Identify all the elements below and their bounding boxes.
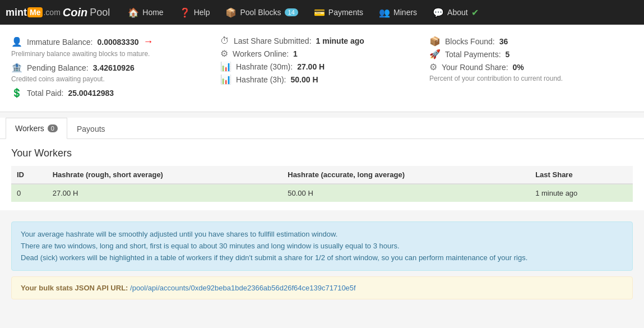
col-hashrate-short: Hashrate (rough, short average) [47, 166, 282, 184]
pool-blocks-icon: 📦 [225, 7, 237, 18]
nav-about-label: About [447, 8, 468, 17]
tabs-header: Workers 0 Payouts [0, 118, 644, 139]
nav-about[interactable]: 💬 About ✔ [426, 4, 485, 21]
about-icon: 💬 [433, 7, 444, 18]
stats-section: 👤 Immature Balance: 0.00083330 → Prelimi… [0, 25, 644, 112]
hashrate-30m-row: 📊 Hashrate (30m): 27.00 H [220, 61, 424, 72]
nav-pool-blocks[interactable]: 📦 Pool Blocks 14 [219, 4, 304, 21]
pool-blocks-badge: 14 [285, 8, 298, 16]
pending-icon: 🏦 [11, 62, 22, 73]
hashrate-3h-row: 📊 Hashrate (3h): 50.00 H [220, 74, 424, 85]
stats-middle: ⏱ Last Share Submitted: 1 minute ago ⚙ W… [220, 33, 424, 103]
blocks-found-icon: 📦 [429, 36, 441, 47]
nav-pool-blocks-label: Pool Blocks [240, 8, 281, 17]
api-label: Your bulk stats JSON API URL: [21, 284, 128, 292]
worker-hashrate-short: 27.00 H [47, 184, 282, 202]
total-payments-label: Total Payments: [445, 50, 501, 59]
stats-right: 📦 Blocks Found: 36 🚀 Total Payments: 5 ⚙… [429, 33, 633, 103]
pending-sub: Credited coins awaiting payout. [11, 75, 215, 83]
pending-value: 3.42610926 [93, 63, 135, 72]
immature-icon: 👤 [11, 36, 22, 47]
paid-label: Total Paid: [27, 89, 63, 98]
brand-com: .com [43, 8, 60, 17]
workers-table-body: 0 27.00 H 50.00 H 1 minute ago [11, 184, 633, 202]
immature-label: Immature Balance: [27, 38, 93, 47]
round-share-sub: Percent of your contribution to current … [429, 75, 633, 82]
tab-payouts-label: Payouts [77, 124, 105, 133]
col-id: ID [11, 166, 47, 184]
nav-miners-label: Miners [393, 8, 417, 17]
tab-payouts[interactable]: Payouts [67, 118, 115, 139]
about-check-icon: ✔ [471, 7, 479, 18]
tabs-section: Workers 0 Payouts Your Workers ID Hashra… [0, 118, 644, 210]
nav-home[interactable]: 🏠 Home [121, 4, 170, 21]
workers-table-head: ID Hashrate (rough, short average) Hashr… [11, 166, 633, 184]
miners-icon: 👥 [379, 7, 390, 18]
col-last-share: Last Share [530, 166, 633, 184]
last-share-row: ⏱ Last Share Submitted: 1 minute ago [220, 36, 424, 46]
immature-sub: Preliminary balance awaiting blocks to m… [11, 50, 215, 58]
workers-online-value: 1 [293, 49, 298, 58]
immature-balance-row: 👤 Immature Balance: 0.00083330 → [11, 36, 215, 48]
info-line-2: There are two windows, long and short, f… [21, 241, 623, 252]
total-payments-row: 🚀 Total Payments: 5 [429, 49, 633, 59]
workers-online-row: ⚙ Workers Online: 1 [220, 48, 424, 59]
blocks-found-label: Blocks Found: [445, 37, 495, 46]
workers-table-header-row: ID Hashrate (rough, short average) Hashr… [11, 166, 633, 184]
hashrate-3h-label: Hashrate (3h): [236, 75, 286, 84]
stats-left: 👤 Immature Balance: 0.00083330 → Prelimi… [11, 33, 215, 103]
pending-label: Pending Balance: [27, 63, 89, 72]
total-paid-row: 💲 Total Paid: 25.00412983 [11, 87, 215, 98]
info-box: Your average hashrate will be smoothly a… [11, 221, 633, 271]
workers-table: ID Hashrate (rough, short average) Hashr… [11, 166, 633, 202]
hashrate-30m-label: Hashrate (30m): [236, 62, 293, 71]
worker-id: 0 [11, 184, 47, 202]
stats-grid: 👤 Immature Balance: 0.00083330 → Prelimi… [11, 33, 633, 103]
hashrate-3h-icon: 📊 [220, 74, 231, 85]
total-payments-value: 5 [506, 50, 510, 59]
table-row: 0 27.00 H 50.00 H 1 minute ago [11, 184, 633, 202]
nav-payments[interactable]: 💳 Payments [307, 4, 370, 21]
home-icon: 🏠 [128, 7, 139, 18]
worker-last-share: 1 minute ago [530, 184, 633, 202]
hashrate-30m-icon: 📊 [220, 61, 231, 72]
brand-logo[interactable]: mintMe.com Coin Pool [6, 6, 110, 19]
api-box: Your bulk stats JSON API URL: /pool/api/… [11, 276, 633, 299]
navbar: mintMe.com Coin Pool 🏠 Home ❓ Help 📦 Poo… [0, 0, 644, 25]
last-share-icon: ⏱ [220, 36, 229, 46]
hashrate-3h-value: 50.00 H [290, 75, 318, 84]
col-hashrate-long: Hashrate (accurate, long average) [282, 166, 530, 184]
round-share-row: ⚙ Your Round Share: 0% [429, 62, 633, 72]
nav-help[interactable]: ❓ Help [173, 4, 217, 21]
paid-icon: 💲 [11, 87, 22, 98]
blocks-found-value: 36 [499, 37, 508, 46]
last-share-value: 1 minute ago [316, 36, 364, 45]
payments-icon: 💳 [314, 7, 325, 18]
last-share-label: Last Share Submitted: [234, 36, 312, 45]
workers-online-label: Workers Online: [233, 49, 289, 58]
info-line-3: Dead (sick) workers will be highlighted … [21, 252, 623, 264]
brand-me: Me [27, 7, 43, 17]
round-share-label: Your Round Share: [442, 63, 508, 72]
nav-payments-label: Payments [328, 8, 363, 17]
workers-online-icon: ⚙ [220, 48, 228, 59]
worker-hashrate-long: 50.00 H [282, 184, 530, 202]
hashrate-30m-value: 27.00 H [297, 62, 325, 71]
tab-workers[interactable]: Workers 0 [6, 118, 67, 139]
workers-section-title: Your Workers [11, 147, 633, 159]
blocks-found-row: 📦 Blocks Found: 36 [429, 36, 633, 47]
brand-pool: Pool [90, 7, 110, 19]
paid-value: 25.00412983 [68, 89, 114, 98]
red-arrow-icon: → [143, 36, 153, 48]
brand-coin: Coin [63, 6, 87, 19]
tab-workers-label: Workers [15, 124, 44, 133]
brand-mint: mint [6, 7, 27, 19]
round-share-value: 0% [513, 63, 524, 72]
info-line-1: Your average hashrate will be smoothly a… [21, 229, 623, 241]
immature-value: 0.00083330 [98, 38, 139, 47]
tab-workers-badge: 0 [48, 124, 58, 132]
nav-items: 🏠 Home ❓ Help 📦 Pool Blocks 14 💳 Payment… [121, 4, 485, 21]
help-icon: ❓ [179, 7, 191, 18]
nav-miners[interactable]: 👥 Miners [372, 4, 424, 21]
api-url[interactable]: /pool/api/accounts/0xde92beba1bde2366ab5… [130, 284, 356, 292]
